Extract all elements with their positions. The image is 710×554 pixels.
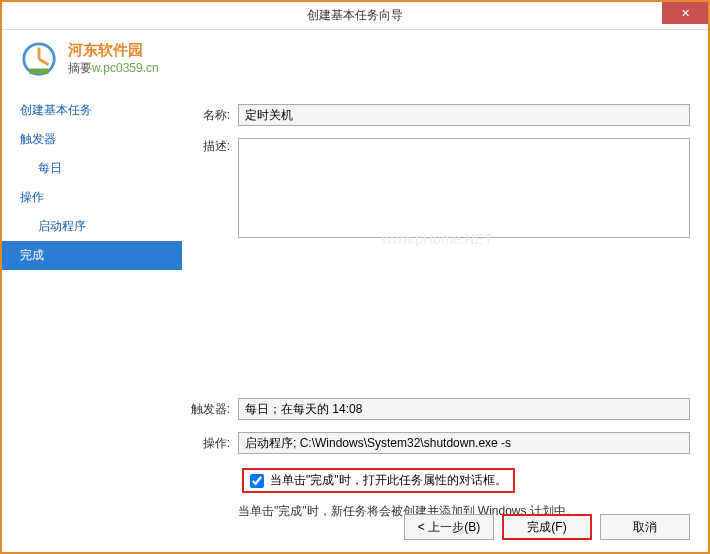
window-title: 创建基本任务向导 — [307, 7, 403, 24]
open-properties-checkbox[interactable] — [250, 474, 264, 488]
sidebar-item-trigger[interactable]: 触发器 — [2, 125, 182, 154]
trigger-label: 触发器: — [182, 401, 238, 418]
sidebar-item-create-task[interactable]: 创建基本任务 — [2, 96, 182, 125]
trigger-input[interactable] — [238, 398, 690, 420]
back-button[interactable]: < 上一步(B) — [404, 514, 494, 540]
name-label: 名称: — [182, 107, 238, 124]
name-input[interactable] — [238, 104, 690, 126]
wizard-header: 河东软件园 摘要w.pc0359.cn — [2, 30, 708, 96]
sidebar-item-finish[interactable]: 完成 — [2, 241, 182, 270]
sidebar-item-daily[interactable]: 每日 — [2, 154, 182, 183]
action-input[interactable] — [238, 432, 690, 454]
close-button[interactable]: ✕ — [662, 2, 708, 24]
brand-text: 河东软件园 — [68, 41, 143, 58]
description-label: 描述: — [182, 138, 238, 155]
checkbox-highlight: 当单击"完成"时，打开此任务属性的对话框。 — [242, 468, 515, 493]
action-label: 操作: — [182, 435, 238, 452]
finish-button[interactable]: 完成(F) — [502, 514, 592, 540]
wizard-steps-sidebar: 创建基本任务 触发器 每日 操作 启动程序 完成 — [2, 96, 182, 474]
checkbox-label: 当单击"完成"时，打开此任务属性的对话框。 — [270, 472, 507, 489]
svg-rect-1 — [30, 69, 49, 75]
url-text-1: w.pc0359. — [92, 61, 146, 75]
url-text-2: cn — [146, 61, 159, 75]
cancel-button[interactable]: 取消 — [600, 514, 690, 540]
wizard-icon — [20, 40, 58, 78]
sidebar-item-action[interactable]: 操作 — [2, 183, 182, 212]
summary-label: 摘要 — [68, 61, 92, 75]
sidebar-item-start-program[interactable]: 启动程序 — [2, 212, 182, 241]
description-textarea[interactable] — [238, 138, 690, 238]
